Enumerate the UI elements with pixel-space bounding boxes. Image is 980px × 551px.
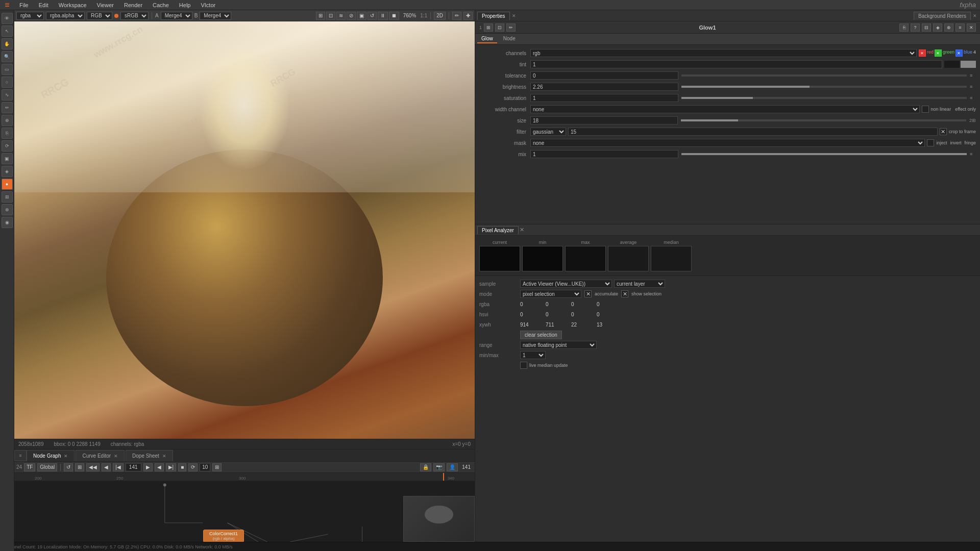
tl-lock[interactable]: 🔒 <box>420 463 431 471</box>
tool-viewer[interactable]: 👁 <box>2 13 13 24</box>
tab-menu-btn[interactable]: ≡ <box>14 450 27 461</box>
tf-select[interactable]: TF <box>24 463 35 471</box>
crosshair-btn[interactable]: ✚ <box>463 12 473 20</box>
icon-btn-1[interactable]: ⊞ <box>316 12 325 20</box>
tab-dope-sheet[interactable]: Dope Sheet ✕ <box>126 450 173 461</box>
width-channel-select[interactable]: none <box>530 105 920 113</box>
menu-workspace[interactable]: Workspace <box>54 0 92 10</box>
props-copy[interactable]: ⎘ <box>899 23 909 32</box>
prop-size-value[interactable] <box>530 116 678 124</box>
timeline-ruler[interactable]: 200 250 300 340 <box>14 473 475 481</box>
props-icon-3[interactable]: ✏ <box>506 23 516 32</box>
tl-reset[interactable]: ↺ <box>64 463 73 471</box>
pa-close-btn[interactable]: ✕ <box>520 227 526 233</box>
saturation-slider[interactable] <box>681 97 967 99</box>
tl-camera[interactable]: 📷 <box>433 463 445 471</box>
tolerance-extra[interactable]: ≡ <box>970 73 976 78</box>
mix-extra[interactable]: ≡ <box>970 152 976 157</box>
pa-layer-select[interactable]: current layer <box>614 280 665 288</box>
tool-hand[interactable]: ✋ <box>2 38 13 49</box>
brightness-slider[interactable] <box>681 86 967 88</box>
pa-range-select[interactable]: native floating point <box>520 341 597 349</box>
tolerance-slider[interactable] <box>681 74 967 77</box>
tolerance-input[interactable] <box>533 73 676 79</box>
fringe-label[interactable]: fringe <box>964 140 976 145</box>
tool-extra3[interactable]: ◉ <box>2 217 13 228</box>
merge-b-select[interactable]: Merge4 <box>200 12 231 20</box>
icon-btn-7[interactable]: ⏸ <box>378 12 388 20</box>
tl-btn1[interactable]: ⊞ <box>75 463 84 471</box>
props-tab-properties[interactable]: Properties <box>477 12 510 20</box>
prop-filter-val[interactable] <box>568 128 938 136</box>
accumulate-checkbox[interactable]: ✕ <box>584 290 592 297</box>
node-graph[interactable]: ColorCorrect1 (rgb / alpha) Invert2 (all… <box>14 481 475 542</box>
size-slider[interactable] <box>681 119 966 121</box>
props-extra4[interactable]: ✕ <box>967 23 976 32</box>
icon-btn-6[interactable]: ↺ <box>368 12 377 20</box>
tool-clone[interactable]: ⎘ <box>2 128 13 139</box>
tl-step-prev[interactable]: ◀ <box>102 463 111 471</box>
icon-btn-3[interactable]: ≋ <box>336 12 346 20</box>
bg-renders-close[interactable]: ✕ <box>972 12 978 20</box>
props-extra3[interactable]: ≡ <box>955 23 965 32</box>
size-input[interactable] <box>533 118 675 123</box>
tool-rect[interactable]: ▭ <box>2 64 13 75</box>
tab-node-graph[interactable]: Node Graph ✕ <box>27 450 75 461</box>
clear-selection-btn[interactable]: clear selection <box>520 331 562 339</box>
menu-victor[interactable]: VIctor <box>195 0 220 10</box>
icon-btn-8[interactable]: ⏹ <box>389 12 399 20</box>
pa-mode-select[interactable]: pixel selection <box>520 290 581 298</box>
merge-a-select[interactable]: Merge4 <box>161 12 192 20</box>
tool-circle[interactable]: ○ <box>2 77 13 88</box>
menu-render[interactable]: Render <box>119 0 148 10</box>
inject-label[interactable]: inject <box>936 140 947 145</box>
props-help[interactable]: ? <box>911 23 920 32</box>
pa-minmax-select[interactable]: 1 <box>520 351 546 359</box>
pa-swatch-max-box[interactable] <box>565 246 606 271</box>
icon-btn-4[interactable]: ⊘ <box>347 12 356 20</box>
tl-loop[interactable]: ⟳ <box>188 463 198 471</box>
saturation-extra[interactable]: ≡ <box>970 95 976 101</box>
node-colorcorrect1[interactable]: ColorCorrect1 (rgb / alpha) <box>203 530 244 542</box>
tab-node-graph-close[interactable]: ✕ <box>64 454 68 459</box>
props-bookmark[interactable]: ⊟ <box>922 23 931 32</box>
props-icon-1[interactable]: ⊞ <box>484 23 493 32</box>
channels-select[interactable]: rgbrgbared <box>530 49 917 57</box>
pa-tab-main[interactable]: Pixel Analyzer <box>477 226 519 234</box>
prop-brightness-value[interactable] <box>530 83 678 91</box>
tl-skip-prev[interactable]: |◀ <box>113 463 124 471</box>
brightness-input[interactable] <box>533 84 676 90</box>
pa-swatch-current-box[interactable] <box>479 246 520 271</box>
tool-mask[interactable]: ▣ <box>2 153 13 164</box>
width-channel-checkbox[interactable] <box>922 106 929 113</box>
tool-active[interactable]: ● <box>2 179 13 190</box>
channel-red-btn[interactable]: ✕ <box>919 49 926 57</box>
tool-transform[interactable]: ⊕ <box>2 115 13 126</box>
menu-help[interactable]: Help <box>174 0 196 10</box>
channel-select[interactable]: rgbargbredgreenblue <box>16 12 44 20</box>
pnt-glow[interactable]: Glow <box>477 35 497 43</box>
mix-slider[interactable] <box>681 153 967 155</box>
pa-swatch-average-box[interactable] <box>608 246 649 271</box>
props-close-btn[interactable]: ✕ <box>511 12 517 20</box>
mode-btn[interactable]: 2D <box>434 12 446 20</box>
tool-node[interactable]: ◈ <box>2 166 13 177</box>
menu-edit[interactable]: Edit <box>34 0 54 10</box>
props-icon-2[interactable]: ⊡ <box>495 23 504 32</box>
menu-viewer[interactable]: Viewer <box>92 0 119 10</box>
filter-val-input[interactable] <box>571 129 935 135</box>
prop-tolerance-value[interactable] <box>530 71 678 80</box>
tl-extra1[interactable]: ⊞ <box>212 463 222 471</box>
tab-dope-sheet-close[interactable]: ✕ <box>162 454 166 459</box>
invert-label[interactable]: invert <box>950 140 961 145</box>
tint-swatch-1[interactable] <box>944 61 960 68</box>
tl-user[interactable]: 👤 <box>447 463 458 471</box>
alpha-select[interactable]: rgba.alpha <box>46 12 85 20</box>
filter-select[interactable]: gaussian <box>530 128 566 136</box>
prop-mix-value[interactable] <box>530 150 678 158</box>
size-extra[interactable]: 2⊞ <box>969 118 976 123</box>
frame-counter[interactable]: 141 <box>126 463 141 471</box>
tl-stop[interactable]: ■ <box>178 463 186 471</box>
tool-warp[interactable]: ⟳ <box>2 140 13 152</box>
tab-curve-editor-close[interactable]: ✕ <box>114 454 118 459</box>
